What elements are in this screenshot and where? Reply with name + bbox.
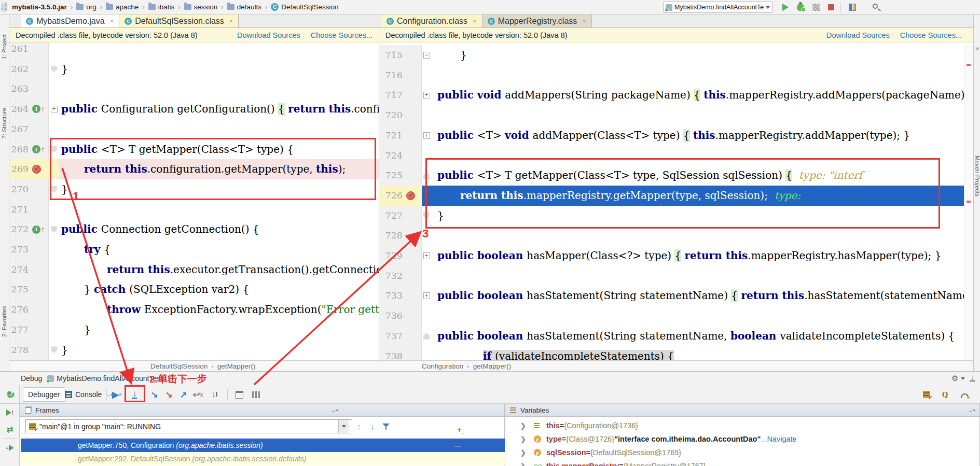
profiler-icon[interactable] <box>958 388 972 401</box>
line-number[interactable]: 263 <box>9 79 32 99</box>
code-line-728[interactable]: 728 <box>379 225 964 246</box>
fold-marker-icon[interactable]: + <box>423 92 430 98</box>
fold-marker-icon[interactable] <box>51 346 57 353</box>
code-line-275[interactable]: 275} catch (SQLException var2) { <box>9 279 379 300</box>
sidebar-item-project[interactable]: 1: Project <box>1 34 7 60</box>
stop-button[interactable] <box>828 4 834 10</box>
hide-panel-icon[interactable]: ↓ <box>969 374 976 382</box>
line-number[interactable]: 738 <box>379 346 406 361</box>
choose-sources-link[interactable]: Choose Sources... <box>311 31 372 39</box>
chevron-down-icon[interactable] <box>338 420 349 433</box>
code-text[interactable]: } <box>59 340 379 360</box>
line-number[interactable]: 271 <box>9 200 32 220</box>
close-icon[interactable]: × <box>582 17 586 25</box>
fold-marker-icon[interactable] <box>51 226 57 233</box>
search-icon[interactable] <box>873 4 878 9</box>
code-text[interactable] <box>431 105 964 125</box>
code-editor-left[interactable]: 261262}263264I↑+public Configuration get… <box>9 39 379 360</box>
line-number[interactable]: 269 <box>9 159 32 179</box>
line-number[interactable]: 720 <box>379 105 406 125</box>
breadcrumb-item-mybatis-3-5-0-jar[interactable]: mybatis-3.5.0.jar <box>11 3 68 11</box>
breadcrumb-method[interactable]: getMapper() <box>473 362 512 370</box>
line-number[interactable]: 267 <box>9 119 32 139</box>
code-line-721[interactable]: 721+public <T> void addMapper(Class<T> t… <box>379 125 964 146</box>
thread-select[interactable]: "main"@1 in group "main": RUNNING <box>25 419 352 433</box>
breadcrumb-bottom-right[interactable]: Configuration › getMapper() <box>379 360 973 371</box>
fold-marker-icon[interactable] <box>423 172 430 179</box>
memory-view-icon[interactable]: Q <box>938 388 952 401</box>
code-text[interactable]: public boolean hasMapper(Class<?> type) … <box>431 246 964 266</box>
code-text[interactable]: public boolean hasStatement(String state… <box>431 286 964 306</box>
breadcrumb-item-defaultsqlsession[interactable]: CDefaultSqlSession <box>270 3 339 11</box>
download-sources-link[interactable]: Download Sources <box>237 31 300 39</box>
code-text[interactable]: public <T> T getMapper(Class<T> type) { <box>59 139 379 160</box>
code-text[interactable]: return this.executor.getTransaction().ge… <box>59 260 379 280</box>
code-line-274[interactable]: 274return this.executor.getTransaction()… <box>9 260 379 280</box>
code-text[interactable] <box>431 266 964 286</box>
code-editor-right[interactable]: 715−}716717+public void addMappers(Strin… <box>379 45 964 360</box>
run-to-cursor-icon[interactable]: ↓I <box>208 388 222 401</box>
code-text[interactable]: } <box>59 179 379 200</box>
code-text[interactable]: public <T> void addMapper(Class<T> type)… <box>431 125 964 146</box>
evaluate-expression-icon[interactable] <box>232 388 246 401</box>
fold-marker-icon[interactable] <box>51 66 57 73</box>
code-text[interactable]: public void addMappers(String packageNam… <box>431 85 964 105</box>
code-text[interactable]: } <box>431 45 964 65</box>
sidebar-item-favorites[interactable]: 2: Favorites <box>1 306 7 337</box>
code-line-725[interactable]: 725public <T> T getMapper(Class<T> type,… <box>379 165 964 186</box>
fold-marker-icon[interactable]: + <box>423 132 430 139</box>
code-text[interactable] <box>59 79 379 99</box>
code-line-263[interactable]: 263 <box>9 79 379 99</box>
line-number[interactable]: 277 <box>9 320 32 340</box>
variable-row-this-mapperRegistry[interactable]: ❯this.mapperRegistry = {MapperRegistry@1… <box>506 459 979 466</box>
fold-marker-icon[interactable] <box>423 333 430 340</box>
navigate-link[interactable]: Navigate <box>767 435 796 443</box>
code-line-737[interactable]: 737public boolean hasStatement(String st… <box>379 326 964 346</box>
fold-marker-icon[interactable] <box>51 186 57 193</box>
line-number[interactable]: 733 <box>379 286 406 306</box>
run-button[interactable] <box>782 4 789 11</box>
breadcrumb-item-session[interactable]: session <box>183 3 219 11</box>
line-number[interactable]: 736 <box>379 306 406 326</box>
gear-icon[interactable]: ⚙ <box>951 374 958 383</box>
fold-marker-icon[interactable] <box>51 146 57 152</box>
variable-row-type[interactable]: ❯ptype = {Class@1726} "interface com.ith… <box>506 432 979 446</box>
code-line-267[interactable]: 267 <box>9 119 379 139</box>
rerun-program-icon[interactable]: ↻ <box>4 389 16 401</box>
tab-mapperregistry-class[interactable]: C MapperRegistry.class × <box>482 15 592 27</box>
code-text[interactable]: return this.mapperRegistry.getMapper(typ… <box>431 186 964 206</box>
code-line-726[interactable]: 726✔return this.mapperRegistry.getMapper… <box>379 186 964 206</box>
frame-row-1[interactable]: getMapper:292, DefaultSqlSession (org.ap… <box>21 452 505 465</box>
add-watch-icon[interactable]: +˯ <box>457 425 464 434</box>
fold-marker-icon[interactable]: + <box>423 252 430 259</box>
resume-program-icon[interactable]: ≡ <box>4 442 16 454</box>
code-line-273[interactable]: 273try { <box>9 239 379 260</box>
code-text[interactable] <box>59 119 379 139</box>
line-number[interactable]: 717 <box>379 85 406 105</box>
splitter-handle-icon[interactable]: — <box>454 442 461 450</box>
scrollbar[interactable] <box>964 45 973 360</box>
line-number[interactable]: 725 <box>379 165 406 186</box>
code-line-272[interactable]: 272I↑public Connection getConnection() { <box>9 219 379 239</box>
sidebar-item-maven[interactable]: Maven Projects <box>974 156 980 196</box>
debug-button[interactable] <box>797 4 804 11</box>
force-step-into-icon[interactable]: ↘ <box>162 388 176 401</box>
drop-frame-icon[interactable]: ↩x <box>191 388 205 401</box>
step-over-icon[interactable]: ↓ <box>128 388 142 401</box>
fold-marker-icon[interactable] <box>423 212 430 219</box>
pin-icon[interactable]: →▪ <box>330 407 338 413</box>
code-line-262[interactable]: 262} <box>9 59 379 79</box>
bytecode-order-icon[interactable]: ↓ 01 10 01 <box>0 2 7 11</box>
threads-view-icon[interactable] <box>919 388 933 401</box>
code-line-738[interactable]: 738if (validateIncompleteStatements) { <box>379 346 964 361</box>
tab-mybatisdemo-java[interactable]: C MybatisDemo.java × <box>21 15 119 27</box>
code-line-271[interactable]: 271 <box>9 200 379 220</box>
code-line-733[interactable]: 733+public boolean hasStatement(String s… <box>379 286 964 306</box>
line-number[interactable]: 727 <box>379 206 406 226</box>
code-text[interactable]: } <box>59 320 379 340</box>
chevron-expand-icon[interactable]: ❯ <box>520 422 534 430</box>
tool-windows-icon[interactable] <box>849 4 856 11</box>
line-number[interactable]: 721 <box>379 125 406 146</box>
code-line-270[interactable]: 270} <box>9 179 379 200</box>
code-text[interactable] <box>59 200 379 220</box>
